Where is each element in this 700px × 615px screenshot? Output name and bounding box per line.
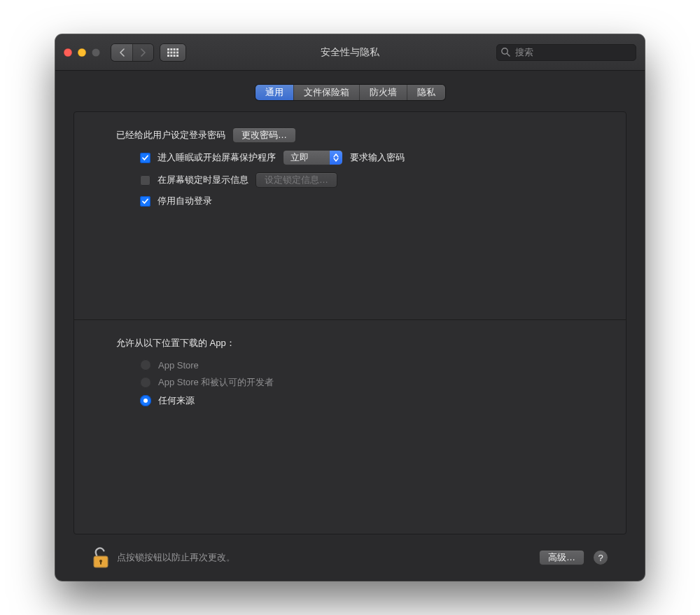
back-button[interactable]: [111, 44, 132, 61]
gatekeeper-option-appstore[interactable]: App Store: [116, 359, 584, 371]
require-password-prefix: 进入睡眠或开始屏幕保护程序: [158, 151, 276, 164]
titlebar: 安全性与隐私: [55, 34, 645, 71]
svg-rect-5: [170, 51, 172, 53]
chevron-right-icon: [140, 48, 146, 57]
set-lock-message-button[interactable]: 设定锁定信息…: [255, 172, 337, 188]
search-icon: [500, 47, 510, 59]
disable-autologin-row: 停用自动登录: [116, 195, 584, 207]
svg-rect-0: [167, 48, 169, 50]
footer: 点按锁按钮以防止再次更改。 高级… ?: [74, 534, 626, 581]
gatekeeper-option-label: App Store 和被认可的开发者: [158, 376, 274, 389]
close-window-button[interactable]: [64, 48, 72, 57]
tab-filevault[interactable]: 文件保险箱: [293, 85, 359, 100]
svg-rect-9: [170, 55, 172, 57]
tab-bar: 通用 文件保险箱 防火墙 隐私: [255, 85, 445, 100]
zoom-window-button[interactable]: [92, 48, 100, 57]
svg-rect-3: [176, 48, 178, 50]
require-password-delay-value: 立即: [290, 151, 309, 164]
require-password-suffix: 要求输入密码: [350, 151, 405, 164]
content-area: 通用 文件保险箱 防火墙 隐私 已经给此用户设定登录密码 更改密码… 进入睡眠或…: [55, 71, 645, 581]
require-password-checkbox[interactable]: [140, 153, 150, 163]
gatekeeper-heading-row: 允许从以下位置下载的 App：: [116, 337, 584, 350]
section-divider: [74, 319, 626, 320]
login-password-row: 已经给此用户设定登录密码 更改密码…: [116, 127, 584, 143]
radio-icon: [140, 359, 151, 371]
svg-rect-2: [174, 48, 176, 50]
show-all-prefs-button[interactable]: [160, 44, 186, 61]
help-button[interactable]: ?: [593, 550, 608, 565]
minimize-window-button[interactable]: [78, 48, 86, 57]
svg-rect-11: [176, 55, 178, 57]
nav-back-forward: [111, 44, 153, 61]
lock-button[interactable]: 点按锁按钮以防止再次更改。: [92, 546, 235, 569]
svg-rect-7: [176, 51, 178, 53]
change-password-button[interactable]: 更改密码…: [232, 127, 296, 143]
check-icon: [141, 154, 149, 162]
show-lock-message-checkbox[interactable]: [140, 175, 150, 186]
search-field-wrap: [496, 44, 636, 61]
disable-autologin-checkbox[interactable]: [140, 196, 150, 207]
unlock-icon: [92, 546, 110, 569]
gatekeeper-option-identified[interactable]: App Store 和被认可的开发者: [116, 376, 584, 389]
check-icon: [141, 198, 149, 205]
gatekeeper-option-label: App Store: [158, 360, 199, 371]
login-password-label: 已经给此用户设定登录密码: [116, 129, 225, 141]
svg-rect-17: [100, 561, 102, 565]
tab-privacy[interactable]: 隐私: [407, 85, 445, 100]
tab-firewall[interactable]: 防火墙: [359, 85, 407, 100]
show-lock-message-label: 在屏幕锁定时显示信息: [158, 174, 248, 186]
svg-rect-8: [167, 55, 169, 57]
lock-hint-label: 点按锁按钮以防止再次更改。: [117, 551, 235, 564]
disable-autologin-label: 停用自动登录: [158, 195, 212, 207]
lock-message-row: 在屏幕锁定时显示信息 设定锁定信息…: [116, 172, 584, 188]
svg-rect-1: [170, 48, 172, 50]
window-controls: [64, 48, 100, 57]
advanced-button[interactable]: 高级…: [539, 550, 584, 565]
svg-rect-4: [167, 51, 169, 53]
general-pane: 已经给此用户设定登录密码 更改密码… 进入睡眠或开始屏幕保护程序 立即 要求输入…: [74, 111, 626, 534]
chevron-left-icon: [119, 48, 125, 57]
gatekeeper-option-anywhere[interactable]: 任何来源: [116, 394, 584, 407]
svg-line-13: [507, 53, 510, 56]
svg-rect-6: [174, 51, 176, 53]
require-password-row: 进入睡眠或开始屏幕保护程序 立即 要求输入密码: [116, 150, 584, 165]
gatekeeper-heading: 允许从以下位置下载的 App：: [116, 337, 235, 350]
radio-icon: [140, 377, 151, 388]
grid-icon: [167, 48, 178, 57]
require-password-delay-popup[interactable]: 立即: [283, 150, 343, 165]
tab-general[interactable]: 通用: [255, 85, 293, 100]
security-privacy-window: 安全性与隐私 通用 文件保险箱 防火墙 隐私 已经给此用户设定登录密码 更改密码…: [55, 34, 645, 581]
radio-icon: [140, 395, 151, 406]
forward-button[interactable]: [132, 44, 153, 61]
gatekeeper-option-label: 任何来源: [158, 394, 195, 407]
svg-rect-10: [174, 55, 176, 57]
search-input[interactable]: [496, 44, 636, 61]
popup-stepper-icon: [330, 151, 342, 165]
